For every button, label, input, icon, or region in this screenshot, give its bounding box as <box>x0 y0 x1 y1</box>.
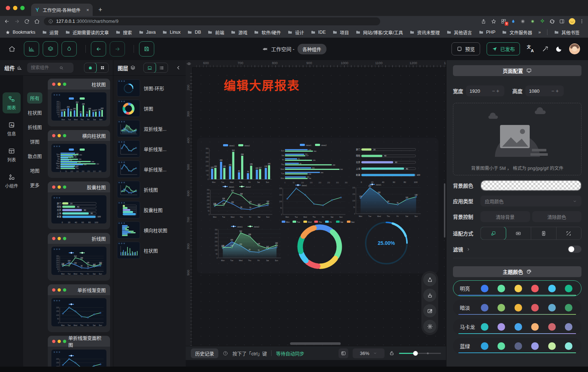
theme-row-明亮[interactable]: 明亮 <box>453 280 581 296</box>
theme-color-dot[interactable] <box>514 304 522 312</box>
height-stepper[interactable]: 1080−+ <box>525 85 564 96</box>
bookmark-item[interactable]: IDE <box>310 30 326 35</box>
clear-color-button[interactable]: 清除颜色 <box>532 211 582 222</box>
other-bookmarks[interactable]: 其他书签 <box>554 29 580 36</box>
window-controls[interactable] <box>0 0 31 16</box>
layer-item[interactable]: 横向柱状图 <box>117 221 182 239</box>
sidebar-tab-图表[interactable]: 图表 <box>3 92 21 113</box>
export-button[interactable] <box>423 273 436 286</box>
grid-view-button[interactable] <box>96 63 108 72</box>
thumbnail-view-button[interactable] <box>143 63 156 73</box>
bookmark-item[interactable]: 设计 <box>287 29 304 36</box>
close-tab-icon[interactable]: × <box>86 7 89 13</box>
width-stepper[interactable]: 1920−+ <box>466 85 504 96</box>
bookmarks-root[interactable]: Bookmarks <box>5 30 35 35</box>
bookmark-item[interactable]: PHP <box>478 30 496 35</box>
bookmark-item[interactable]: 项目 <box>332 29 349 36</box>
bookmark-item[interactable]: 游戏 <box>230 29 247 36</box>
theme-color-header[interactable]: 主题颜色 <box>453 266 581 277</box>
theme-color-dot[interactable] <box>548 304 556 312</box>
theme-color-dot[interactable] <box>514 323 522 331</box>
collapse-panel-icon[interactable] <box>176 65 181 71</box>
settings-gear-button[interactable] <box>423 320 436 333</box>
component-search[interactable] <box>27 63 74 73</box>
bookmark-item[interactable]: 文件服务器 <box>501 29 532 36</box>
close-window-button[interactable] <box>6 6 10 10</box>
theme-row-暗淡[interactable]: 暗淡 <box>453 300 581 315</box>
magic-wand-icon[interactable] <box>542 45 549 53</box>
component-card[interactable]: 单折线渐变面积图 050100150200MonTueWedThuFriSatS… <box>48 336 110 367</box>
save-button[interactable] <box>139 41 154 57</box>
layer-item[interactable]: 单折线渐... <box>117 140 182 158</box>
details-toggle-button[interactable] <box>62 41 77 57</box>
app-home-icon[interactable] <box>8 45 16 53</box>
side-panel-icon[interactable] <box>559 18 565 24</box>
box-view-button[interactable] <box>84 63 97 73</box>
dual-line-chart-widget[interactable]: data1data2050100150200250300350120200150… <box>203 184 274 219</box>
sidebar-tab-小组件[interactable]: 小组件 <box>3 171 21 192</box>
theme-color-dot[interactable] <box>531 342 539 350</box>
components-toggle-button[interactable] <box>24 41 39 57</box>
component-card[interactable]: 横向柱状图 Sun130160Sat110117Fri70155Thu80268… <box>48 130 110 178</box>
horizontal-scrollbar[interactable] <box>290 342 341 345</box>
line-chart-widget[interactable]: data1050100150200MonTueWedThuFriSatSun <box>276 183 347 219</box>
back-icon[interactable] <box>4 18 10 25</box>
extension-green-icon[interactable] <box>530 18 536 24</box>
component-card[interactable]: 单折线渐变图 050100150200MonTueWedThuFriSatSun <box>48 284 110 332</box>
share-icon[interactable] <box>480 18 487 25</box>
canvas-viewport[interactable]: 6007008009001000110012001300 20030040050… <box>186 60 446 346</box>
bookmark-item[interactable]: 其他语言 <box>446 29 472 36</box>
redo-button[interactable] <box>110 41 125 57</box>
lock-icon[interactable] <box>389 350 395 356</box>
theme-color-dot[interactable] <box>481 342 488 350</box>
sidebar-tab-信息[interactable]: A信息 <box>3 118 21 139</box>
filter-toggle[interactable] <box>568 246 581 253</box>
theme-color-dot[interactable] <box>497 285 505 292</box>
list-view-button[interactable] <box>156 63 168 72</box>
search-input[interactable] <box>30 65 57 71</box>
extension-star-icon[interactable] <box>539 18 545 24</box>
page-config-header[interactable]: 页面配置 <box>453 65 581 76</box>
theme-row-马卡龙[interactable]: 马卡龙 <box>453 319 581 335</box>
bookmark-item[interactable]: 网站/博客/文章/工具 <box>355 29 403 36</box>
theme-color-dot[interactable] <box>514 285 522 292</box>
category-item[interactable]: 折线图 <box>25 121 45 133</box>
category-item[interactable]: 地图 <box>27 165 42 176</box>
dual-gradient-area-chart-widget[interactable]: data1data2050100150200250300350120200150… <box>211 224 282 262</box>
reload-icon[interactable] <box>24 18 30 25</box>
layer-item[interactable]: 饼图 <box>117 100 182 117</box>
dark-mode-moon-icon[interactable] <box>555 45 563 53</box>
puzzle-icon[interactable] <box>549 18 555 24</box>
clear-background-button[interactable]: 清除背景 <box>480 211 530 222</box>
workspace-name-pill[interactable]: 各种组件 <box>297 44 326 54</box>
theme-color-dot[interactable] <box>497 304 505 312</box>
info-icon[interactable] <box>48 19 53 24</box>
history-button[interactable]: 历史记录 <box>191 348 218 358</box>
sidebar-tab-列表[interactable]: 列表 <box>3 145 21 166</box>
layer-item[interactable]: 双折线渐... <box>117 120 182 137</box>
vertical-scrollbar[interactable] <box>444 183 445 238</box>
theme-color-dot[interactable] <box>481 304 488 312</box>
theme-color-dot[interactable] <box>497 342 505 350</box>
theme-color-dot[interactable] <box>548 323 556 331</box>
bookmark-item[interactable]: 运营 <box>42 29 59 36</box>
category-item[interactable]: 柱状图 <box>25 107 45 118</box>
component-card[interactable]: 柱状图 050100150200250300350120130Mon200130… <box>48 79 110 126</box>
bar-chart-widget[interactable]: data1data2050100150200250300350120130Mon… <box>202 143 273 184</box>
url-field[interactable]: 127.0.0.1:3000/#/chart/home/9 <box>44 17 380 25</box>
theme-color-dot[interactable] <box>497 323 505 331</box>
user-avatar[interactable] <box>569 43 580 54</box>
ruler-corner-eye-icon[interactable] <box>186 60 192 67</box>
layer-item[interactable]: 饼图-环形 <box>117 79 182 97</box>
bookmark-item[interactable]: 搜索 <box>115 29 132 36</box>
theme-color-dot[interactable] <box>531 323 539 331</box>
new-tab-button[interactable]: + <box>95 4 106 15</box>
horizontal-bar-chart-widget[interactable]: data1data2Sun130160Sat110117Fri70155Thu8… <box>277 143 351 184</box>
category-item[interactable]: 更多 <box>27 179 42 191</box>
zoom-select[interactable]: 36% <box>353 348 385 358</box>
edit-button[interactable] <box>423 304 436 317</box>
theme-color-dot[interactable] <box>548 285 556 292</box>
capsule-chart-widget[interactable]: 厦门20南阳40北京60上海80新疆100020406080100 <box>352 143 424 184</box>
publish-button[interactable]: 已发布 <box>487 42 520 55</box>
minus-icon[interactable]: − <box>492 88 496 94</box>
